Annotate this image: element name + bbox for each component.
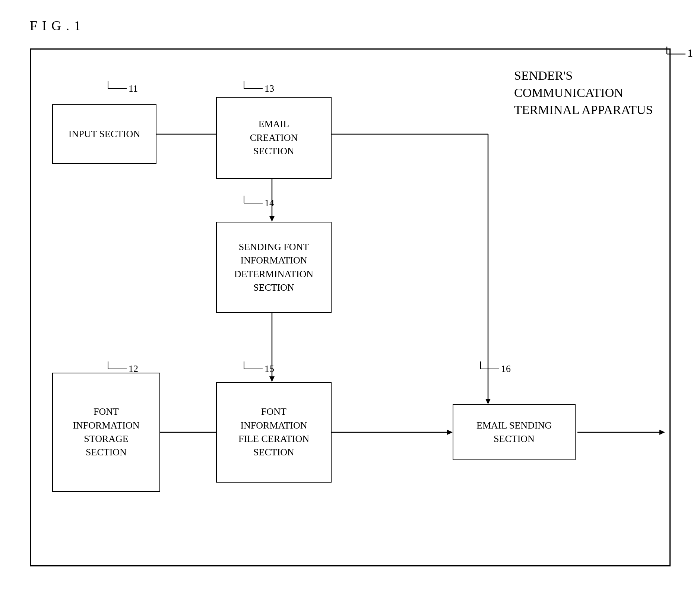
svg-text:1: 1	[687, 47, 693, 59]
sending-font-box: SENDING FONT INFORMATION DETERMINATION S…	[216, 222, 332, 313]
figure-title: F I G . 1	[30, 18, 82, 34]
senders-label: SENDER'S COMMUNICATION TERMINAL APPARATU…	[514, 67, 653, 119]
font-info-storage-box: FONT INFORMATION STORAGE SECTION	[52, 373, 160, 492]
font-info-file-box: FONT INFORMATION FILE CERATION SECTION	[216, 382, 332, 483]
input-section-box: INPUT SECTION	[52, 104, 156, 164]
email-creation-box: EMAIL CREATION SECTION	[216, 97, 332, 179]
email-sending-box: EMAIL SENDING SECTION	[453, 404, 576, 460]
